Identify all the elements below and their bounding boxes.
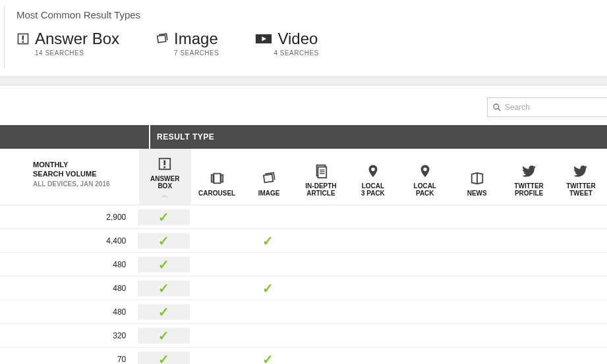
news-icon bbox=[470, 171, 484, 186]
result-type-header: RESULT TYPE bbox=[150, 132, 214, 142]
svg-rect-11 bbox=[212, 175, 214, 182]
search-input[interactable] bbox=[505, 103, 602, 112]
search-row bbox=[0, 86, 607, 125]
svg-rect-1 bbox=[22, 36, 24, 40]
section-divider bbox=[0, 76, 607, 86]
table-header-bar: RESULT TYPE bbox=[0, 125, 607, 149]
volume-cell: 480 bbox=[0, 260, 138, 269]
table-row: 2,900✓ bbox=[0, 205, 607, 229]
doc-icon bbox=[314, 164, 328, 178]
check-icon: ✓ bbox=[158, 209, 169, 225]
table-row: 480✓ bbox=[0, 300, 607, 324]
check-icon: ✓ bbox=[158, 257, 169, 273]
pin-icon bbox=[366, 164, 380, 178]
cell-answer_box: ✓ bbox=[138, 351, 190, 365]
table-row: 320✓ bbox=[0, 324, 607, 348]
volume-cell: 320 bbox=[0, 331, 138, 340]
carousel-icon bbox=[210, 171, 224, 186]
svg-rect-10 bbox=[214, 174, 221, 184]
check-icon: ✓ bbox=[158, 328, 169, 344]
column-header-carousel[interactable]: CAROUSEL bbox=[191, 149, 243, 205]
check-icon: ✓ bbox=[158, 304, 169, 320]
summary-card-image[interactable]: Image7 SEARCHES bbox=[156, 30, 219, 57]
summary-card-video[interactable]: Video4 SEARCHES bbox=[255, 30, 318, 57]
video-icon bbox=[255, 32, 272, 45]
table-row: 480✓ bbox=[0, 253, 607, 276]
column-label: TWITTERPROFILE bbox=[514, 182, 543, 197]
check-icon: ✓ bbox=[262, 280, 274, 296]
search-box[interactable] bbox=[487, 97, 607, 117]
column-label: NEWS bbox=[467, 190, 487, 197]
cell-image: ✓ bbox=[242, 233, 294, 249]
svg-point-19 bbox=[423, 168, 427, 172]
cell-answer_box: ✓ bbox=[138, 257, 190, 273]
summary-block: Most Common Result Types Answer Box14 SE… bbox=[4, 5, 607, 68]
cell-image: ✓ bbox=[242, 351, 294, 365]
volume-header[interactable]: MONTHLY SEARCH VOLUME ALL DEVICES, JAN 2… bbox=[0, 149, 139, 205]
column-label: TWITTERTWEET bbox=[566, 182, 595, 197]
summary-card-sub: 4 SEARCHES bbox=[274, 49, 318, 57]
column-header-news[interactable]: NEWS bbox=[451, 149, 503, 205]
cell-answer_box: ✓ bbox=[138, 328, 190, 344]
cell-image: ✓ bbox=[242, 280, 294, 296]
check-icon: ✓ bbox=[158, 233, 169, 249]
column-label: LOCAL3 PACK bbox=[361, 182, 385, 197]
cell-answer_box: ✓ bbox=[138, 209, 190, 225]
column-label: IN-DEPTHARTICLE bbox=[305, 182, 336, 197]
column-header-image[interactable]: IMAGE bbox=[243, 149, 295, 205]
cell-answer_box: ✓ bbox=[138, 280, 190, 296]
table-row: 480✓✓ bbox=[0, 276, 607, 300]
summary-card-label: Video bbox=[277, 30, 318, 48]
svg-rect-2 bbox=[22, 41, 24, 43]
pin-icon bbox=[418, 164, 432, 178]
column-header-twitter_tweet[interactable]: TWITTERTWEET bbox=[555, 149, 607, 205]
columns-row: MONTHLY SEARCH VOLUME ALL DEVICES, JAN 2… bbox=[0, 149, 607, 205]
volume-header-line1: MONTHLY bbox=[33, 161, 139, 170]
summary-card-label: Answer Box bbox=[35, 30, 119, 48]
twitter-icon bbox=[573, 164, 588, 178]
summary-cards: Answer Box14 SEARCHESImage7 SEARCHESVide… bbox=[16, 30, 607, 57]
summary-card-answer-box[interactable]: Answer Box14 SEARCHES bbox=[16, 30, 119, 57]
answer-box-icon bbox=[158, 157, 172, 171]
image-icon bbox=[262, 171, 276, 186]
column-label: ANSWERBOX bbox=[150, 175, 179, 190]
volume-cell: 4,400 bbox=[0, 236, 138, 246]
svg-rect-8 bbox=[164, 161, 166, 165]
column-header-twitter_profile[interactable]: TWITTERPROFILE bbox=[503, 149, 555, 205]
check-icon: ✓ bbox=[262, 351, 274, 365]
volume-header-meta: ALL DEVICES, JAN 2016 bbox=[33, 180, 139, 188]
svg-rect-14 bbox=[318, 167, 326, 178]
summary-card-sub: 14 SEARCHES bbox=[35, 49, 84, 57]
search-icon bbox=[493, 103, 501, 111]
column-header-answer_box[interactable]: ANSWERBOX︿ bbox=[139, 149, 191, 205]
table-row: 70✓✓ bbox=[0, 348, 607, 364]
svg-point-18 bbox=[371, 168, 375, 172]
column-header-local_pack[interactable]: LOCALPACK bbox=[399, 149, 451, 205]
data-rows: 2,900✓4,400✓✓480✓480✓✓480✓320✓70✓✓ bbox=[0, 205, 607, 364]
summary-card-sub: 7 SEARCHES bbox=[174, 49, 219, 57]
volume-header-line2: SEARCH VOLUME bbox=[33, 170, 139, 179]
image-icon bbox=[156, 32, 169, 45]
volume-cell: 480 bbox=[0, 307, 138, 317]
column-header-in_depth_article[interactable]: IN-DEPTHARTICLE bbox=[295, 149, 347, 205]
volume-cell: 480 bbox=[0, 284, 138, 293]
table-row: 4,400✓✓ bbox=[0, 229, 607, 253]
svg-rect-9 bbox=[164, 167, 166, 169]
volume-cell: 70 bbox=[0, 355, 138, 364]
volume-cell: 2,900 bbox=[0, 213, 138, 222]
summary-card-label: Image bbox=[174, 30, 218, 48]
summary-title: Most Common Result Types bbox=[16, 9, 607, 20]
column-header-local_3_pack[interactable]: LOCAL3 PACK bbox=[347, 149, 399, 205]
check-icon: ✓ bbox=[262, 233, 274, 249]
cell-answer_box: ✓ bbox=[138, 233, 190, 249]
twitter-icon bbox=[522, 164, 536, 178]
column-label: LOCALPACK bbox=[414, 182, 436, 197]
svg-line-6 bbox=[498, 109, 500, 111]
answer-box-icon bbox=[16, 32, 30, 45]
cell-answer_box: ✓ bbox=[138, 304, 190, 320]
column-label: IMAGE bbox=[258, 190, 280, 197]
check-icon: ✓ bbox=[158, 351, 169, 365]
chevron-up-icon: ︿ bbox=[161, 194, 168, 197]
svg-rect-12 bbox=[221, 175, 223, 182]
check-icon: ✓ bbox=[158, 280, 169, 296]
